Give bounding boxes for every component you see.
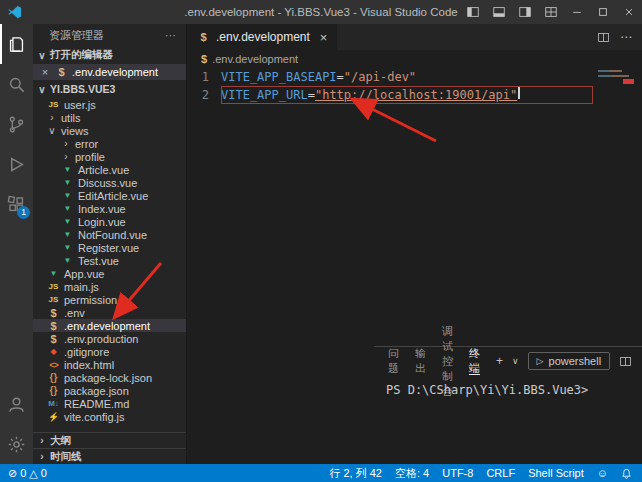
cursor-position-status[interactable]: 行 2, 列 42: [329, 466, 382, 481]
run-debug-icon[interactable]: [0, 144, 33, 184]
chevron-down-icon: ∨: [37, 84, 47, 95]
tree-item-error[interactable]: ›error: [33, 137, 186, 150]
warning-icon: △: [29, 467, 37, 480]
env-file-icon: $: [197, 31, 210, 43]
panel-actions: + ∨ ▷ powershell ∧ ×: [496, 352, 642, 370]
encoding-status[interactable]: UTF-8: [442, 467, 473, 479]
source-control-icon[interactable]: [0, 104, 33, 144]
code-line-1[interactable]: 1VITE_APP_BASEAPI="/api-dev": [187, 68, 642, 86]
open-editors-label: 打开的编辑器: [50, 48, 113, 62]
project-root-header[interactable]: ∨ YI.BBS.VUE3: [33, 80, 186, 98]
explorer-sidebar: 资源管理器 ⋯ ∨ 打开的编辑器 × $ .env.development ∨ …: [33, 24, 187, 464]
toggle-panel-icon[interactable]: [486, 0, 512, 24]
tab-problems[interactable]: 问题: [388, 347, 399, 375]
terminal-prompt: PS D:\CSharp\Yi\Yi.BBS.Vue3>: [386, 383, 588, 397]
tree-item-readme-md[interactable]: M↓README.md: [33, 397, 186, 410]
tree-item-discuss-vue[interactable]: ▼Discuss.vue: [33, 176, 186, 189]
terminal[interactable]: PS D:\CSharp\Yi\Yi.BBS.Vue3>: [374, 375, 642, 397]
activity-bar: 1: [0, 24, 33, 464]
open-editor-item[interactable]: × $ .env.development: [33, 64, 186, 80]
settings-gear-icon[interactable]: [0, 424, 33, 464]
status-bar: ⊘ 0 △ 0 行 2, 列 42 空格: 4 UTF-8 CRLF Shell…: [0, 464, 642, 482]
tree-item-views[interactable]: ∨views: [33, 124, 186, 137]
minimap[interactable]: [598, 70, 634, 120]
tree-item-env-production[interactable]: $.env.production: [33, 332, 186, 345]
tree-item-test-vue[interactable]: ▼Test.vue: [33, 254, 186, 267]
tab-debug-console[interactable]: 调试控制台: [442, 347, 453, 375]
tree-item-env-development[interactable]: $.env.development: [33, 319, 186, 332]
account-icon[interactable]: [0, 384, 33, 424]
extensions-icon[interactable]: 1: [0, 184, 33, 224]
env-value-url[interactable]: "http://localhost:19001/api": [315, 86, 517, 104]
tree-item-package-lock-json[interactable]: {}package-lock.json: [33, 371, 186, 384]
tab-output[interactable]: 输出: [415, 347, 426, 375]
maximize-icon[interactable]: [590, 0, 616, 24]
tree-item-index-html[interactable]: <>index.html: [33, 358, 186, 371]
tree-item-index-vue[interactable]: ▼Index.vue: [33, 202, 186, 215]
tree-item-article-vue[interactable]: ▼Article.vue: [33, 163, 186, 176]
problems-status[interactable]: ⊘ 0 △ 0: [8, 467, 47, 480]
outline-section[interactable]: › 大纲: [33, 432, 186, 448]
sidebar-title: 资源管理器 ⋯: [33, 24, 186, 46]
tree-item-app-vue[interactable]: ▼App.vue: [33, 267, 186, 280]
chevron-right-icon: ›: [61, 138, 71, 149]
language-mode-status[interactable]: Shell Script: [528, 467, 584, 479]
indentation-status[interactable]: 空格: 4: [395, 466, 429, 481]
open-editors-header[interactable]: ∨ 打开的编辑器: [33, 46, 186, 64]
timeline-section[interactable]: › 时间线: [33, 448, 186, 464]
tree-item-vite-config-js[interactable]: ⚡vite.config.js: [33, 410, 186, 423]
chevron-down-icon: ∨: [37, 50, 47, 61]
extensions-badge: 1: [17, 206, 30, 219]
new-terminal-icon[interactable]: +: [496, 355, 503, 367]
tree-item-register-vue[interactable]: ▼Register.vue: [33, 241, 186, 254]
customize-layout-icon[interactable]: [538, 0, 564, 24]
tree-item-env[interactable]: $.env: [33, 306, 186, 319]
js-icon: JS: [47, 295, 60, 304]
terminal-dropdown-icon[interactable]: ∨: [512, 357, 519, 366]
minimap-line-mark: [598, 70, 622, 72]
tree-item-main-js[interactable]: JSmain.js: [33, 280, 186, 293]
tree-item-notfound-vue[interactable]: ▼NotFound.vue: [33, 228, 186, 241]
tab-terminal[interactable]: 终端: [469, 347, 480, 375]
terminal-profile-select[interactable]: ▷ powershell: [528, 352, 611, 370]
git-icon: ◆: [47, 347, 60, 356]
json-icon: {}: [47, 372, 60, 383]
tree-item-package-json[interactable]: {}package.json: [33, 384, 186, 397]
feedback-smiley-icon[interactable]: ☺: [597, 467, 608, 479]
env-key: VITE_APP_BASEAPI: [221, 68, 337, 86]
chevron-right-icon: ›: [47, 112, 57, 123]
toggle-secondary-sidebar-icon[interactable]: [512, 0, 538, 24]
vue-icon: ▼: [61, 243, 74, 252]
line-number: 1: [187, 68, 221, 86]
search-icon[interactable]: [0, 64, 33, 104]
close-editor-icon[interactable]: ×: [39, 66, 51, 78]
eol-status[interactable]: CRLF: [486, 467, 515, 479]
tree-item-permission-js[interactable]: JSpermission.js: [33, 293, 186, 306]
close-tab-icon[interactable]: ×: [320, 30, 328, 45]
tree-item-utils[interactable]: ›utils: [33, 111, 186, 124]
editor-more-actions-icon[interactable]: ⋯: [620, 30, 632, 44]
project-root-label: YI.BBS.VUE3: [50, 83, 115, 95]
code-editor[interactable]: 1VITE_APP_BASEAPI="/api-dev" 2VITE_APP_U…: [187, 68, 642, 322]
env-key: VITE_APP_URL: [221, 86, 308, 104]
timeline-label: 时间线: [50, 450, 82, 464]
minimap-line-mark: [598, 75, 629, 77]
tree-item-profile[interactable]: ›profile: [33, 150, 186, 163]
more-actions-icon[interactable]: ⋯: [165, 24, 176, 46]
tab-env-development[interactable]: $ .env.development ×: [187, 24, 337, 50]
explorer-icon[interactable]: [0, 24, 33, 64]
close-window-icon[interactable]: [616, 0, 642, 24]
code-line-2[interactable]: 2VITE_APP_URL="http://localhost:19001/ap…: [187, 86, 642, 104]
split-terminal-icon[interactable]: [619, 355, 632, 368]
minimize-icon[interactable]: [564, 0, 590, 24]
tree-item-gitignore[interactable]: ◆.gitignore: [33, 345, 186, 358]
tree-item-login-vue[interactable]: ▼Login.vue: [33, 215, 186, 228]
bottom-panel: 问题 输出 调试控制台 终端 + ∨ ▷ powershell ∧ ×: [374, 346, 642, 446]
split-editor-icon[interactable]: [597, 31, 610, 44]
breadcrumb[interactable]: $ .env.development: [187, 50, 642, 68]
tree-item-editarticle-vue[interactable]: ▼EditArticle.vue: [33, 189, 186, 202]
toggle-sidebar-icon[interactable]: [460, 0, 486, 24]
vue-icon: ▼: [61, 204, 74, 213]
notifications-bell-icon[interactable]: [621, 468, 632, 479]
tree-item-user-js[interactable]: JSuser.js: [33, 98, 186, 111]
